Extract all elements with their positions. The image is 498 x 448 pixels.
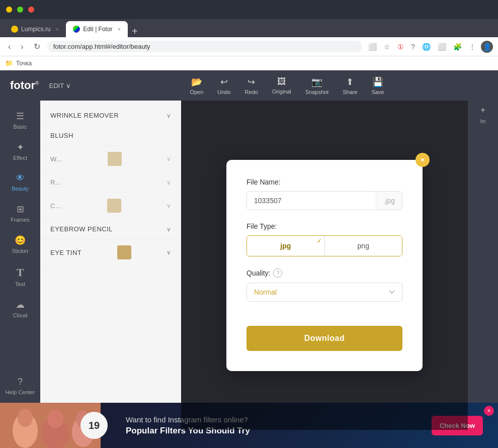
eye-tint-thumb [117,245,131,259]
sidebar-item-help[interactable]: ? Help Center [2,372,39,401]
canvas-area: × File Name: .jpg File Type: jpg [181,101,468,430]
bookmark-icon[interactable]: ☆ [382,42,392,52]
frames-icon: ⊞ [17,204,24,215]
avatar[interactable]: 👤 [481,41,493,53]
quality-help-icon[interactable]: ? [273,268,282,278]
topbar-tools: 📂 Open ↩ Undo ↪ Redo 🖼 Original 📷 Snapsh… [86,76,488,95]
sidebar-item-frames[interactable]: ⊞ Frames [0,199,40,228]
app-logo: fotor® [10,79,39,92]
redo-icon: ↪ [247,76,255,87]
forward-button[interactable]: › [18,41,26,52]
bookmark-bar: 📁 Точка [0,56,498,70]
tool-share[interactable]: ⬆ Share [343,76,357,95]
translate-icon[interactable]: ⬜ [366,42,379,52]
filename-input-wrap: .jpg [246,191,402,210]
tab-fotor-close[interactable]: × [118,26,121,32]
filename-input[interactable] [247,192,376,210]
panel-item-blush[interactable]: BLUSH [40,126,181,146]
sidebar: ☰ Basic ✦ Effect 👁 Beauty ⊞ Frames 😊 Sti… [0,101,40,430]
modal-close-button[interactable]: × [416,153,430,167]
tool-snapshot[interactable]: 📷 Snapshot [305,76,328,95]
help-icon: ? [18,377,23,387]
tab-fotor[interactable]: Edit | Fotor × [66,21,128,37]
filetype-png-button[interactable]: png [324,236,402,256]
ad-badge-number: 19 [89,420,100,430]
right-panel-plus[interactable]: + [480,106,485,115]
svg-point-28 [47,409,63,428]
sidebar-item-beauty[interactable]: 👁 Beauty [0,168,40,197]
new-tab-button[interactable]: + [128,26,142,37]
window-controls [6,7,34,13]
tool-open[interactable]: 📂 Open [190,76,203,95]
toolbar-icons: ⬜ ☆ ① ? 🌐 ⬜ 🧩 ⋮ 👤 [366,41,493,53]
modal-overlay: × File Name: .jpg File Type: jpg [181,101,468,430]
ad-badge: 19 [80,412,108,439]
back-button[interactable]: ‹ [5,41,14,52]
panel-item-eyebrow-pencil[interactable]: EYEBROW PENCIL ∨ [40,219,181,239]
tool-undo[interactable]: ↩ Undo [217,76,230,95]
extension-icon-4[interactable]: ⬜ [436,42,448,52]
minimize-btn[interactable] [6,7,12,13]
save-icon: 💾 [372,76,383,87]
right-panel-label: Im [480,119,485,124]
filetype-jpg-button[interactable]: jpg [247,236,324,256]
puzzle-icon[interactable]: 🧩 [451,42,464,52]
quality-label-text: Quality: [246,269,270,277]
maximize-btn[interactable] [17,7,23,13]
tool-original[interactable]: 🖼 Original [272,76,291,95]
edit-menu[interactable]: EDIT ∨ [49,82,71,89]
sidebar-item-effect[interactable]: ✦ Effect [0,137,40,166]
clarity-thumb [107,199,121,213]
close-btn[interactable] [28,7,34,13]
beauty-panel: WRINKLE REMOVER ∨ BLUSH W... ∨ R... ∨ C.… [40,101,181,430]
panel-item-eye-tint[interactable]: EYE TINT ∨ [40,239,181,266]
app-container: fotor® EDIT ∨ 📂 Open ↩ Undo ↪ Redo 🖼 Ori… [0,70,498,448]
sidebar-item-basic[interactable]: ☰ Basic [0,106,40,135]
tool-save[interactable]: 💾 Save [372,76,384,95]
filetype-label: File Type: [246,222,402,230]
basic-icon: ☰ [16,111,24,122]
menu-icon[interactable]: ⋮ [467,42,478,52]
quality-field: Quality: ? Normal [246,268,402,302]
fotor-favicon [73,26,80,33]
wrinkle-chevron-icon: ∨ [167,112,171,119]
tab-lumpics-label: Lumpics.ru [21,26,51,33]
address-input[interactable] [47,41,363,52]
filetype-row: jpg png [246,235,402,256]
reload-button[interactable]: ↻ [31,41,43,52]
tab-lumpics-close[interactable]: × [56,26,59,32]
app-body: ☰ Basic ✦ Effect 👁 Beauty ⊞ Frames 😊 Sti… [0,101,498,430]
eyebrow-chevron-icon: ∨ [167,226,171,233]
tab-bar: Lumpics.ru × Edit | Fotor × + [0,19,498,37]
title-bar [0,0,498,19]
whitening-chevron-icon: ∨ [167,155,171,162]
panel-item-reshape[interactable]: R... ∨ [40,172,181,193]
sidebar-item-sticker[interactable]: 😊 Sticker [0,230,40,259]
panel-item-whitening[interactable]: W... ∨ [40,146,181,172]
eye-tint-chevron-icon: ∨ [167,249,171,256]
tab-lumpics[interactable]: Lumpics.ru × [4,21,66,37]
reshape-chevron-icon: ∨ [167,179,171,186]
sidebar-item-text[interactable]: T Text [0,261,40,292]
panel-item-wrinkle-remover[interactable]: WRINKLE REMOVER ∨ [40,106,181,126]
download-button[interactable]: Download [246,326,402,351]
ad-close-button[interactable]: × [484,406,494,416]
original-icon: 🖼 [277,76,286,87]
extension-icon-2[interactable]: ? [409,42,417,52]
undo-icon: ↩ [220,76,228,87]
tool-redo[interactable]: ↪ Redo [245,76,258,95]
bookmark-folder-icon: 📁 [5,59,13,67]
extension-icon-1[interactable]: ① [395,42,406,52]
bookmark-label[interactable]: Точка [16,60,32,67]
extension-icon-3[interactable]: 🌐 [420,42,433,52]
lumpics-favicon [11,26,18,33]
browser-chrome: Lumpics.ru × Edit | Fotor × + ‹ › ↻ ⬜ ☆ … [0,0,498,70]
open-icon: 📂 [191,76,202,87]
quality-select[interactable]: Normal [246,283,402,302]
panel-item-clarity[interactable]: C... ∨ [40,193,181,219]
share-icon: ⬆ [346,76,354,87]
sidebar-item-cloud[interactable]: ☁ Cloud [0,294,40,323]
clarity-chevron-icon: ∨ [167,202,171,209]
edit-menu-chevron: ∨ [66,82,71,89]
address-bar: ‹ › ↻ ⬜ ☆ ① ? 🌐 ⬜ 🧩 ⋮ 👤 [0,37,498,56]
